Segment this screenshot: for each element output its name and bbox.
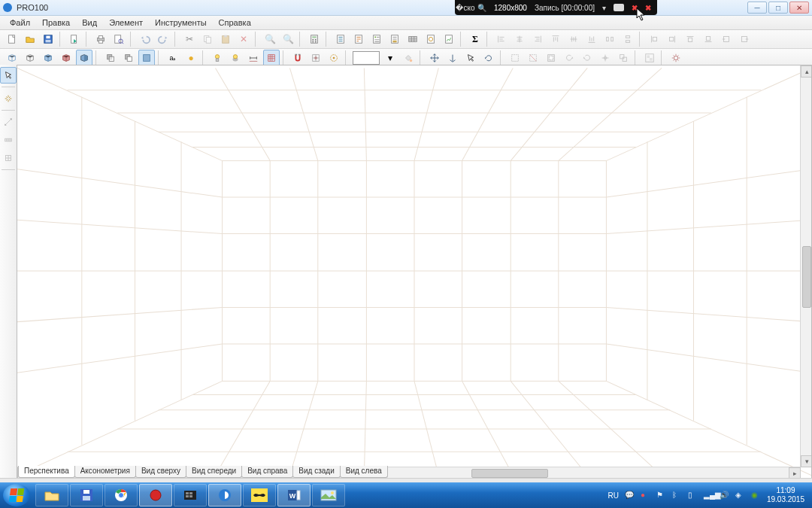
- snap-front-button[interactable]: [718, 31, 735, 47]
- snap-left-button[interactable]: [646, 31, 662, 47]
- snap-bottom-button[interactable]: [700, 31, 717, 47]
- scroll-down-icon[interactable]: ▾: [801, 455, 812, 467]
- tray-clock[interactable]: 11:09 19.03.2015: [767, 486, 804, 504]
- rotate-cw-icon[interactable]: [561, 50, 577, 66]
- snap-magnet-button[interactable]: [289, 50, 306, 66]
- scroll-up-icon[interactable]: ▴: [801, 65, 812, 78]
- view-wireframe-button[interactable]: [4, 50, 20, 66]
- minimize-button[interactable]: ─: [747, 2, 767, 14]
- fill-button[interactable]: [400, 50, 417, 66]
- vertical-scrollbar[interactable]: ▴ ▾: [800, 65, 811, 467]
- move-axis-icon[interactable]: [444, 50, 461, 66]
- taskbar-save-icon[interactable]: [70, 484, 103, 506]
- recorder-zoom-icon[interactable]: 🔍: [477, 3, 486, 12]
- report-3-button[interactable]: [368, 31, 385, 47]
- tape-tool[interactable]: [0, 132, 17, 148]
- align-right-button[interactable]: [529, 31, 546, 47]
- zoom-in-button[interactable]: 🔍: [262, 31, 278, 47]
- snap-right-button[interactable]: [664, 31, 680, 47]
- report-7-button[interactable]: [441, 31, 457, 47]
- opacity-on-button[interactable]: [102, 50, 119, 66]
- tray-battery-icon[interactable]: ▯: [688, 491, 698, 500]
- copy-button[interactable]: [199, 31, 216, 47]
- print-button[interactable]: [92, 31, 109, 47]
- settings-gear-icon[interactable]: [668, 50, 684, 66]
- tray-wifi-icon[interactable]: ▂▄▆: [704, 491, 714, 500]
- taskbar-pictures[interactable]: [312, 484, 345, 506]
- snap-center-button[interactable]: [326, 50, 342, 66]
- export-button[interactable]: [66, 31, 83, 47]
- save-button[interactable]: [40, 31, 56, 47]
- pointer-tool[interactable]: [0, 67, 17, 84]
- taskbar-media[interactable]: [174, 484, 207, 506]
- tray-flag-icon[interactable]: ⚑: [656, 491, 666, 500]
- material-color-picker[interactable]: [353, 51, 380, 65]
- bulb-yellow-icon[interactable]: ●: [183, 50, 199, 66]
- tray-bt-icon[interactable]: ᛒ: [672, 491, 682, 500]
- rotate-tool-icon[interactable]: [480, 50, 497, 66]
- sel-none-icon[interactable]: [525, 50, 541, 66]
- grid-button[interactable]: [263, 50, 280, 66]
- zoom-out-button[interactable]: 🔍: [280, 31, 296, 47]
- light-button[interactable]: [209, 50, 226, 66]
- tray-chat-icon[interactable]: 💬: [625, 491, 635, 500]
- calc-button[interactable]: [306, 31, 323, 47]
- vscroll-thumb[interactable]: [802, 246, 811, 308]
- cursor-tool-icon[interactable]: [462, 50, 479, 66]
- move-precise-icon[interactable]: [597, 50, 614, 66]
- tab-front[interactable]: Вид спереди: [186, 466, 242, 478]
- tab-top[interactable]: Вид сверху: [135, 466, 186, 478]
- taskbar-chrome[interactable]: [105, 484, 138, 506]
- color-dropdown-icon[interactable]: ▾: [382, 50, 398, 66]
- undo-button[interactable]: [137, 31, 153, 47]
- snap-back-button[interactable]: [736, 31, 753, 47]
- recorder-move-icon[interactable]: �ско: [461, 3, 470, 12]
- tab-back[interactable]: Вид сзади: [292, 466, 340, 478]
- view-hidden-button[interactable]: [22, 50, 38, 66]
- snap-top-button[interactable]: [682, 31, 698, 47]
- mark-tool[interactable]: [0, 150, 17, 166]
- report-6-button[interactable]: [423, 31, 439, 47]
- report-2-button[interactable]: [350, 31, 367, 47]
- viewport[interactable]: ◂ ▸ ▴ ▾: [17, 65, 812, 479]
- menu-file[interactable]: Файл: [5, 17, 35, 29]
- sum-button[interactable]: Σ: [467, 31, 483, 47]
- dimensions-button[interactable]: [245, 50, 262, 66]
- scale-icon[interactable]: [615, 50, 632, 66]
- align-bottom-button[interactable]: [583, 31, 600, 47]
- tab-perspective[interactable]: Перспектива: [18, 466, 75, 478]
- taskbar-explorer[interactable]: [35, 484, 68, 506]
- start-button[interactable]: [3, 484, 30, 506]
- recorder-dropdown-icon[interactable]: ▾: [602, 4, 606, 12]
- close-button[interactable]: ✕: [789, 2, 809, 14]
- tray-lang[interactable]: RU: [607, 491, 618, 500]
- align-middle-button[interactable]: [565, 31, 582, 47]
- sel-invert-icon[interactable]: [543, 50, 559, 66]
- new-button[interactable]: [4, 31, 20, 47]
- tab-right[interactable]: Вид справа: [241, 466, 293, 478]
- move-tool-icon[interactable]: [426, 50, 443, 66]
- report-4-button[interactable]: [386, 31, 403, 47]
- rotate-ccw-icon[interactable]: [579, 50, 595, 66]
- align-top-button[interactable]: [547, 31, 564, 47]
- tab-axonometry[interactable]: Аксонометрия: [74, 466, 136, 478]
- taskbar-pro100[interactable]: [208, 484, 241, 506]
- report-5-button[interactable]: [404, 31, 421, 47]
- align-left-button[interactable]: [493, 31, 510, 47]
- recorder-camera-icon[interactable]: [614, 4, 624, 11]
- report-1-button[interactable]: [332, 31, 349, 47]
- paste-button[interactable]: [217, 31, 234, 47]
- group-icon[interactable]: [641, 50, 658, 66]
- taskbar-record[interactable]: [139, 484, 172, 506]
- distribute-h-button[interactable]: [601, 31, 618, 47]
- shadow-button[interactable]: [227, 50, 244, 66]
- menu-tools[interactable]: Инструменты: [150, 17, 212, 29]
- redo-button[interactable]: [155, 31, 171, 47]
- print-preview-button[interactable]: [111, 31, 127, 47]
- cut-button[interactable]: ✂: [181, 31, 198, 47]
- labels-button[interactable]: aₐ: [165, 50, 181, 66]
- menu-view[interactable]: Вид: [77, 17, 102, 29]
- opacity-off-button[interactable]: [120, 50, 137, 66]
- taskbar-word[interactable]: W: [277, 484, 311, 506]
- tray-volume-icon[interactable]: 🔊: [720, 491, 729, 500]
